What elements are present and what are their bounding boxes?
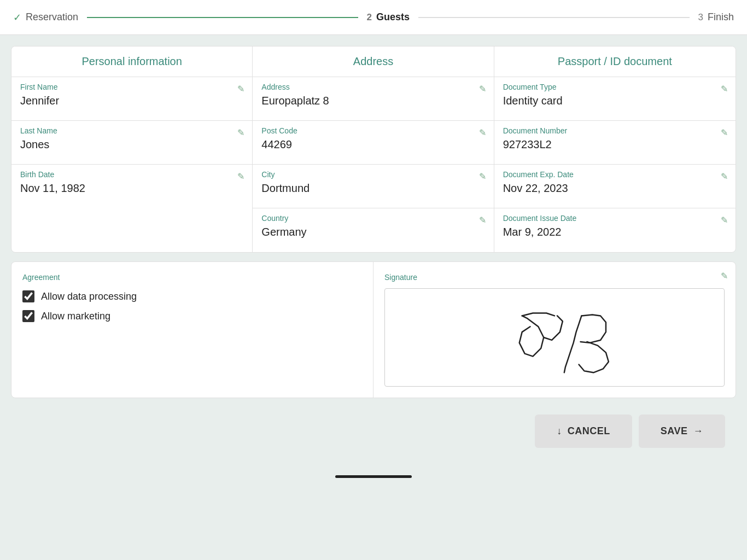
check-icon: ✓ <box>13 11 21 24</box>
bottom-indicator <box>0 475 747 487</box>
passport-title: Passport / ID document <box>558 55 672 67</box>
doc-issue-date-value: Mar 9, 2022 <box>503 226 727 238</box>
country-field: Country Germany ✎ <box>253 208 493 252</box>
passport-header: Passport / ID document <box>494 46 736 77</box>
last-name-value: Jones <box>20 138 243 151</box>
last-name-field: Last Name Jones ✎ <box>11 121 252 165</box>
main-content: Personal information First Name Jennifer… <box>0 35 747 475</box>
save-arrow-icon: → <box>693 425 704 437</box>
nav-step-guests[interactable]: 2 Guests <box>367 11 410 23</box>
address-edit-icon[interactable]: ✎ <box>479 84 486 94</box>
nav-guests-label: Guests <box>376 11 410 23</box>
doc-number-field: Document Number 927233L2 ✎ <box>494 121 736 165</box>
last-name-label: Last Name <box>20 126 243 135</box>
doc-type-label: Document Type <box>503 83 727 91</box>
passport-section: Passport / ID document Document Type Ide… <box>494 46 736 252</box>
postcode-label: Post Code <box>261 126 485 135</box>
agreement-label: Agreement <box>22 273 362 282</box>
address-header: Address <box>253 46 493 77</box>
postcode-value: 44269 <box>261 138 485 151</box>
nav-finish-num: 3 <box>698 12 703 23</box>
first-name-edit-icon[interactable]: ✎ <box>237 84 244 94</box>
doc-issue-date-edit-icon[interactable]: ✎ <box>721 215 728 225</box>
bottom-grid: Agreement Allow data processing Allow ma… <box>11 261 736 398</box>
address-label: Address <box>261 83 485 91</box>
allow-marketing-row: Allow marketing <box>22 310 362 322</box>
allow-marketing-checkbox[interactable] <box>22 310 34 322</box>
country-value: Germany <box>261 226 485 238</box>
personal-info-title: Personal information <box>81 55 182 67</box>
postcode-field: Post Code 44269 ✎ <box>253 121 493 165</box>
bottom-indicator-bar <box>335 475 412 478</box>
doc-number-value: 927233L2 <box>503 138 727 151</box>
signature-svg <box>385 289 724 386</box>
signature-label: Signature <box>384 273 725 282</box>
cancel-label: CANCEL <box>568 425 610 437</box>
last-name-edit-icon[interactable]: ✎ <box>237 127 244 138</box>
doc-type-edit-icon[interactable]: ✎ <box>721 84 728 94</box>
signature-edit-icon[interactable]: ✎ <box>721 271 728 281</box>
first-name-label: First Name <box>20 83 243 91</box>
birth-date-label: Birth Date <box>20 170 243 179</box>
doc-issue-date-label: Document Issue Date <box>503 214 727 223</box>
info-grid: Personal information First Name Jennifer… <box>11 46 736 253</box>
cancel-button[interactable]: ↓ CANCEL <box>535 415 632 448</box>
doc-number-label: Document Number <box>503 126 727 135</box>
allow-marketing-label: Allow marketing <box>41 311 110 322</box>
doc-exp-date-value: Nov 22, 2023 <box>503 182 727 195</box>
signature-section: Signature ✎ <box>374 262 736 398</box>
nav-reservation-label: Reservation <box>26 11 78 23</box>
address-field: Address Europaplatz 8 ✎ <box>253 77 493 121</box>
doc-issue-date-field: Document Issue Date Mar 9, 2022 ✎ <box>494 208 736 252</box>
doc-exp-date-label: Document Exp. Date <box>503 170 727 179</box>
nav-finish-label: Finish <box>708 11 734 23</box>
cancel-arrow-icon: ↓ <box>557 425 562 437</box>
allow-data-processing-label: Allow data processing <box>41 291 137 302</box>
first-name-value: Jennifer <box>20 95 243 107</box>
nav-step-finish[interactable]: 3 Finish <box>698 11 734 23</box>
signature-box[interactable] <box>384 288 725 387</box>
doc-exp-date-field: Document Exp. Date Nov 22, 2023 ✎ <box>494 165 736 208</box>
birth-date-edit-icon[interactable]: ✎ <box>237 171 244 182</box>
doc-type-value: Identity card <box>503 95 727 107</box>
postcode-edit-icon[interactable]: ✎ <box>479 127 486 138</box>
city-value: Dortmund <box>261 182 485 195</box>
country-label: Country <box>261 214 485 223</box>
doc-exp-date-edit-icon[interactable]: ✎ <box>721 171 728 182</box>
address-value: Europaplatz 8 <box>261 95 485 107</box>
birth-date-field: Birth Date Nov 11, 1982 ✎ <box>11 165 252 208</box>
agreement-section: Agreement Allow data processing Allow ma… <box>11 262 374 398</box>
nav-step-reservation[interactable]: ✓ Reservation <box>13 11 78 24</box>
nav-divider-1 <box>87 17 358 18</box>
city-edit-icon[interactable]: ✎ <box>479 171 486 182</box>
allow-data-processing-checkbox[interactable] <box>22 290 34 302</box>
save-button[interactable]: SAVE → <box>639 415 725 448</box>
city-field: City Dortmund ✎ <box>253 165 493 208</box>
allow-data-processing-row: Allow data processing <box>22 290 362 302</box>
doc-number-edit-icon[interactable]: ✎ <box>721 127 728 138</box>
city-label: City <box>261 170 485 179</box>
address-title: Address <box>353 55 393 67</box>
first-name-field: First Name Jennifer ✎ <box>11 77 252 121</box>
bottom-bar: ↓ CANCEL SAVE → <box>11 398 736 464</box>
save-label: SAVE <box>661 425 688 437</box>
address-section: Address Address Europaplatz 8 ✎ Post Cod… <box>253 46 494 252</box>
personal-info-section: Personal information First Name Jennifer… <box>11 46 253 252</box>
birth-date-value: Nov 11, 1982 <box>20 182 243 195</box>
personal-info-header: Personal information <box>11 46 252 77</box>
top-navigation: ✓ Reservation 2 Guests 3 Finish <box>0 0 747 35</box>
country-edit-icon[interactable]: ✎ <box>479 215 486 225</box>
nav-divider-2 <box>418 17 689 18</box>
nav-guests-num: 2 <box>367 12 372 23</box>
doc-type-field: Document Type Identity card ✎ <box>494 77 736 121</box>
